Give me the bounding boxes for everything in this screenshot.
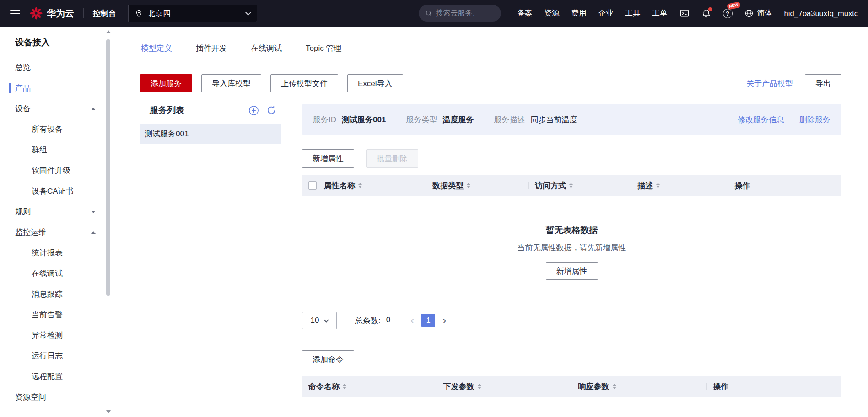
sidebar-group-rules[interactable]: 规则 [0,201,116,222]
help-icon[interactable]: ? NEW [723,9,733,18]
nav-item-beian[interactable]: 备案 [518,8,533,18]
sidebar-item-firmware-upgrade[interactable]: 软固件升级 [0,160,116,181]
refresh-icon[interactable] [266,105,276,115]
divider [13,55,94,55]
sidebar-group-monitoring-om[interactable]: 监控运维 [0,222,116,243]
globe-icon [744,9,754,18]
tab-online-debug[interactable]: 在线调试 [250,38,283,60]
select-all-checkbox[interactable] [308,181,317,190]
upload-model-file-button[interactable]: 上传模型文件 [270,74,338,92]
language-selector[interactable]: 简体 [744,8,772,18]
import-library-model-button[interactable]: 导入库模型 [201,74,261,92]
scrollbar-thumb[interactable] [106,39,110,296]
sidebar-item-products[interactable]: 产品 [0,78,116,98]
next-page-button[interactable]: › [442,315,446,326]
column-header-command-name[interactable]: 命令名称 [302,376,437,397]
service-list-item[interactable]: 测试服务001 [140,124,281,144]
chevron-down-icon [91,211,96,213]
nav-item-tickets[interactable]: 工单 [652,8,668,18]
sidebar-item-online-debug[interactable]: 在线调试 [0,263,116,284]
column-header-data-type[interactable]: 数据类型 [426,175,528,196]
column-header-delivery-params[interactable]: 下发参数 [437,376,572,397]
sidebar-scrollbar[interactable] [105,27,112,417]
about-product-model-link[interactable]: 关于产品模型 [746,78,793,89]
column-header-property-name[interactable]: 属性名称 [302,175,426,196]
nav-item-billing[interactable]: 费用 [571,8,587,18]
region-label: 北京四 [147,8,171,19]
export-button[interactable]: 导出 [805,74,841,92]
property-actions: 新增属性 批量删除 [302,149,841,168]
add-service-button[interactable]: 添加服务 [140,74,192,92]
service-desc-value: 同步当前温度 [530,114,577,125]
sidebar-item-groups[interactable]: 群组 [0,140,116,160]
scrollbar-down-arrow-icon[interactable] [106,410,111,413]
total-count-label: 总条数: [355,315,381,326]
nav-item-resources[interactable]: 资源 [545,8,560,18]
sidebar-item-remote-config[interactable]: 远程配置 [0,366,116,387]
region-selector[interactable]: 北京四 [128,5,257,22]
service-type-label: 服务类型 [406,114,437,125]
hamburger-menu-icon[interactable] [10,10,20,16]
sidebar-group-devices[interactable]: 设备 [0,98,116,119]
sidebar-item-run-logs[interactable]: 运行日志 [0,346,116,366]
column-header-access-mode[interactable]: 访问方式 [528,175,631,196]
prev-page-button[interactable]: ‹ [410,315,414,326]
batch-delete-button[interactable]: 批量删除 [366,149,418,168]
account-username[interactable]: hid_7oa3uuxfq_muxtc [784,9,858,18]
active-indicator [9,83,11,93]
sort-icon[interactable] [358,183,362,188]
sort-icon[interactable] [569,183,573,188]
add-command-button[interactable]: 添加命令 [302,350,354,368]
location-pin-icon [135,10,143,17]
empty-state-description: 当前无属性数据，请先新增属性 [302,243,841,253]
current-page-button[interactable]: 1 [421,314,435,327]
service-id-value: 测试服务001 [342,114,386,125]
service-id-label: 服务ID [313,114,336,125]
search-input[interactable] [436,9,490,17]
column-header-response-params[interactable]: 响应参数 [572,376,707,397]
page-size-select[interactable]: 10 [302,312,337,329]
sidebar-item-message-trace[interactable]: 消息跟踪 [0,284,116,304]
sidebar-item-anomaly-detection[interactable]: 异常检测 [0,325,116,346]
add-service-plus-icon[interactable] [248,105,259,116]
edit-service-link[interactable]: 修改服务信息 [738,114,784,125]
sort-icon[interactable] [656,183,660,188]
cli-terminal-icon[interactable] [679,8,690,18]
sidebar-item-current-alarms[interactable]: 当前告警 [0,304,116,325]
sidebar-item-statistics-reports[interactable]: 统计报表 [0,243,116,263]
sidebar-nav: 总览 产品 设备 所有设备 群组 软固件升级 设备CA证书 [0,57,116,407]
nav-item-enterprise[interactable]: 企业 [598,8,614,18]
sort-icon[interactable] [343,384,346,389]
brand-logo[interactable]: 华为云 [29,6,74,20]
sidebar-item-resource-space[interactable]: 资源空间 [0,387,116,407]
service-detail-panel: 服务ID 测试服务001 服务类型 温度服务 服务描述 同步当前温度 修改服务信… [302,104,841,397]
sort-icon[interactable] [467,183,470,188]
nav-item-tools[interactable]: 工具 [625,8,641,18]
add-property-button[interactable]: 新增属性 [302,149,354,168]
excel-import-button[interactable]: Excel导入 [347,74,403,92]
sidebar-item-all-devices[interactable]: 所有设备 [0,119,116,140]
sort-icon[interactable] [478,384,481,389]
divider [792,116,792,123]
navbar-right: 备案 资源 费用 企业 工具 工单 ? NEW [518,8,858,18]
notifications-bell-icon[interactable] [701,9,711,18]
console-link[interactable]: 控制台 [93,8,116,19]
sidebar-item-overview[interactable]: 总览 [0,57,116,78]
search-box[interactable] [419,5,501,22]
divider [83,8,84,18]
notification-dot [708,7,712,11]
empty-add-property-button[interactable]: 新增属性 [546,262,598,280]
scrollbar-up-arrow-icon[interactable] [106,30,111,33]
search-icon [425,10,432,17]
tab-model-definition[interactable]: 模型定义 [140,38,173,60]
sidebar: 设备接入 总览 产品 设备 所有设备 群组 软固件升级 [0,27,116,417]
delete-service-link[interactable]: 删除服务 [799,114,830,125]
new-badge: NEW [727,1,741,10]
pagination: 10 总条数: 0 ‹ 1 › [302,312,841,329]
column-header-description[interactable]: 描述 [631,175,728,196]
sidebar-item-device-ca-cert[interactable]: 设备CA证书 [0,181,116,201]
tab-topic-management[interactable]: Topic 管理 [305,38,342,60]
sort-icon[interactable] [613,384,616,389]
command-table-header: 命令名称 下发参数 响应参数 操作 [302,376,841,397]
tab-plugin-development[interactable]: 插件开发 [195,38,228,60]
